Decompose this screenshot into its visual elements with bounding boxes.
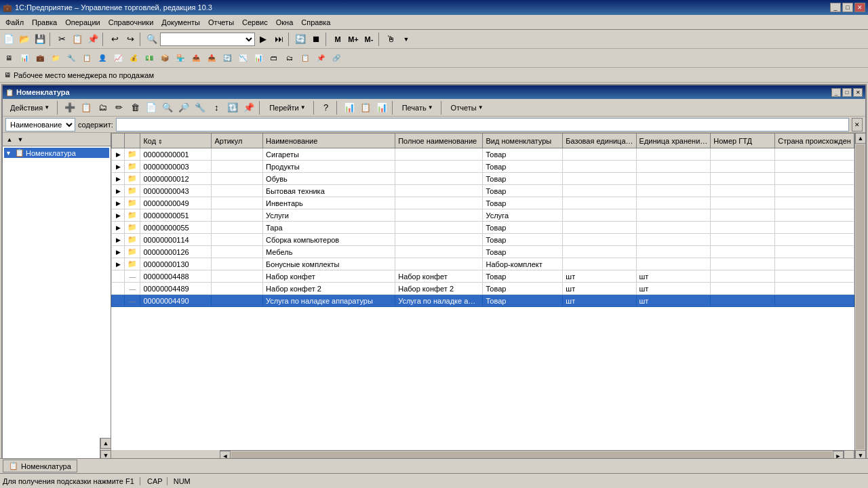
t2-icon9[interactable]: 💰: [126, 51, 141, 66]
row-expand[interactable]: ▶: [112, 246, 125, 258]
copy-element-button[interactable]: 📋: [79, 100, 94, 115]
delete-button[interactable]: 🗑: [127, 100, 142, 115]
maximize-button[interactable]: □: [842, 3, 853, 12]
table-row[interactable]: ▶ 📁 00000000012 Обувь Товар: [112, 173, 854, 185]
search-input[interactable]: [116, 118, 849, 131]
save-icon[interactable]: 💾: [33, 32, 47, 47]
cut-icon[interactable]: ✂: [54, 32, 69, 47]
row-expand[interactable]: ▶: [112, 209, 125, 222]
row-expand[interactable]: ▶: [112, 222, 125, 234]
t2-icon3[interactable]: 💼: [33, 51, 47, 66]
t2-icon10[interactable]: 💵: [142, 51, 157, 66]
t2-icon4[interactable]: 📁: [48, 51, 63, 66]
menu-service[interactable]: Сервис: [238, 17, 272, 28]
print-button[interactable]: Печать: [397, 100, 438, 115]
skip-icon[interactable]: ⏭: [271, 32, 286, 47]
tree-root-item[interactable]: ▼ 📋 Номенклатура: [4, 148, 109, 158]
row-expand[interactable]: ▶: [112, 161, 125, 173]
table-row[interactable]: ▶ 📁 00000000003 Продукты Товар: [112, 161, 854, 173]
tree-sort-asc-icon[interactable]: ▲: [4, 134, 15, 145]
cursor-icon[interactable]: 🖱: [383, 32, 398, 47]
row-expand[interactable]: [112, 283, 125, 295]
row-expand[interactable]: ▶: [112, 148, 125, 161]
row-expand[interactable]: [112, 270, 125, 283]
menu-file[interactable]: Файл: [1, 17, 28, 28]
t2-icon15[interactable]: 🔄: [220, 51, 235, 66]
find-button[interactable]: 🔍: [160, 100, 175, 115]
row-expand[interactable]: ▶: [112, 173, 125, 185]
col-baseunit-header[interactable]: Базовая единица…: [563, 134, 636, 148]
table-row[interactable]: — 00000004490 Услуга по наладке аппарату…: [112, 295, 854, 307]
search-field-select[interactable]: Наименование: [5, 118, 75, 131]
col-type-header[interactable]: Вид номенклатуры: [483, 134, 563, 148]
t2-icon13[interactable]: 📤: [189, 51, 203, 66]
search-clear-button[interactable]: ✕: [852, 118, 863, 131]
open-icon[interactable]: 📂: [17, 32, 32, 47]
menu-edit[interactable]: Правка: [28, 17, 61, 28]
copy-icon[interactable]: 📋: [70, 32, 85, 47]
m-minus-icon[interactable]: M-: [361, 32, 376, 47]
t2-icon7[interactable]: 👤: [95, 51, 110, 66]
table-row[interactable]: ▶ 📁 00000000043 Бытовая техника Товар: [112, 185, 854, 197]
undo-icon[interactable]: ↩: [107, 32, 122, 47]
t2-icon6[interactable]: 📋: [79, 51, 94, 66]
t2-icon19[interactable]: 🗂: [282, 51, 297, 66]
search-combo[interactable]: [160, 33, 255, 46]
menu-reports[interactable]: Отчеты: [204, 17, 238, 28]
menu-operations[interactable]: Операции: [61, 17, 104, 28]
add-button[interactable]: ➕: [62, 100, 77, 115]
menu-help[interactable]: Справка: [297, 17, 334, 28]
t2-icon21[interactable]: 📌: [313, 51, 328, 66]
col-country-header[interactable]: Страна происхожден: [775, 134, 854, 148]
row-expand[interactable]: ▶: [112, 185, 125, 197]
search-icon[interactable]: 🔍: [144, 32, 159, 47]
add-group-button[interactable]: 🗂: [95, 100, 110, 115]
table-row[interactable]: ▶ 📁 00000000001 Сигареты Товар: [112, 148, 854, 161]
menu-windows[interactable]: Окна: [272, 17, 298, 28]
t2-icon11[interactable]: 📦: [157, 51, 172, 66]
t2-icon2[interactable]: 📊: [17, 51, 32, 66]
tree-view-button[interactable]: 📊: [374, 100, 389, 115]
go-icon[interactable]: ▶: [256, 32, 271, 47]
new-icon[interactable]: 📄: [1, 32, 16, 47]
actions-dropdown-button[interactable]: Действия: [5, 100, 54, 115]
m-plus-icon[interactable]: M+: [346, 32, 361, 47]
tree-sort-desc-icon[interactable]: ▼: [15, 134, 26, 145]
col-article-header[interactable]: Артикул: [212, 134, 263, 148]
bottom-tab-nomenclature[interactable]: 📋 Номенклатура: [3, 460, 77, 472]
sort-button[interactable]: ↕: [209, 100, 224, 115]
stop-icon[interactable]: ⏹: [309, 32, 323, 47]
chart-icon[interactable]: M: [330, 32, 345, 47]
close-button[interactable]: ✕: [854, 3, 865, 12]
menu-references[interactable]: Справочники: [104, 17, 158, 28]
list-view-button[interactable]: 📋: [358, 100, 373, 115]
table-row[interactable]: ▶ 📁 00000000126 Мебель Товар: [112, 246, 854, 258]
t2-icon17[interactable]: 📊: [251, 51, 266, 66]
table-row[interactable]: ▶ 📁 00000000049 Инвентарь Товар: [112, 197, 854, 209]
settings-button[interactable]: 🔧: [193, 100, 208, 115]
table-row[interactable]: ▶ 📁 00000000055 Тара Товар: [112, 222, 854, 234]
window-maximize-button[interactable]: □: [842, 88, 852, 97]
t2-icon12[interactable]: 🏪: [173, 51, 188, 66]
t2-icon18[interactable]: 🗃: [267, 51, 281, 66]
table-row[interactable]: ▶ 📁 00000000130 Бонусные комплекты Набор…: [112, 258, 854, 270]
row-expand[interactable]: [112, 295, 125, 307]
pin-button[interactable]: 📌: [241, 100, 256, 115]
open-button[interactable]: 📄: [144, 100, 159, 115]
refresh2-button[interactable]: 🔃: [225, 100, 240, 115]
t2-icon14[interactable]: 📥: [204, 51, 219, 66]
window-minimize-button[interactable]: _: [831, 88, 841, 97]
col-code-header[interactable]: Код ⇕: [140, 134, 212, 148]
vscroll-up-button[interactable]: ▲: [855, 133, 866, 144]
redo-icon[interactable]: ↪: [123, 32, 138, 47]
paste-icon[interactable]: 📌: [85, 32, 100, 47]
t2-icon1[interactable]: 🖥: [1, 51, 16, 66]
dropdown-icon[interactable]: ▼: [399, 32, 414, 47]
t2-icon8[interactable]: 📈: [111, 51, 125, 66]
goto-button[interactable]: Перейти: [264, 100, 311, 115]
reports-button[interactable]: Отчеты: [446, 100, 488, 115]
window-close-button[interactable]: ✕: [853, 88, 863, 97]
minimize-button[interactable]: _: [830, 3, 841, 12]
col-gtd-header[interactable]: Номер ГТД: [711, 134, 775, 148]
row-expand[interactable]: ▶: [112, 258, 125, 270]
